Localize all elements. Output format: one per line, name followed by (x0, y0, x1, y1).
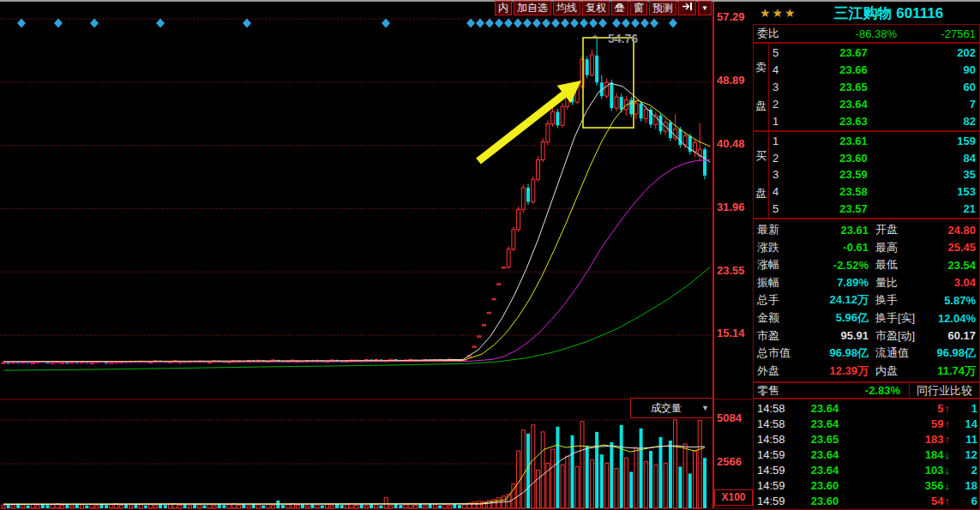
price-axis-label: 40.48 (717, 137, 745, 150)
stock-header: ★★★ 三江购物 601116 (753, 2, 980, 24)
ask-row[interactable]: 323.6560 (769, 79, 979, 96)
toolbar-button-ma[interactable]: 均线 (553, 1, 580, 15)
event-diamond-icon[interactable] (650, 19, 658, 28)
stats-row: 外盘12.39万内盘11.74万 (754, 363, 979, 380)
event-diamond-icon[interactable] (504, 19, 513, 28)
toolbar-button-adjust[interactable]: 复权 (582, 1, 610, 15)
toolbar-button-window[interactable]: 窗 (630, 1, 647, 15)
bid-row[interactable]: 123.61159 (769, 133, 979, 150)
event-diamond-icon[interactable] (466, 19, 475, 28)
event-diamond-icon[interactable] (561, 19, 569, 28)
event-diamond-icon[interactable] (382, 19, 390, 28)
toolbar-button-inner-disc[interactable]: 内 (495, 1, 512, 15)
event-diamond-icon[interactable] (514, 19, 522, 28)
sector-performance[interactable]: 零售 -2.83% (753, 382, 910, 399)
event-diamond-icon[interactable] (551, 19, 560, 28)
stats-row: 涨幅-2.52%最低23.54 (754, 256, 979, 273)
price-axis-label: 23.55 (717, 264, 745, 277)
trade-direction-icon: ↓ (944, 464, 951, 477)
candlestick-volume-svg[interactable]: +54.76 (0, 2, 753, 510)
price-axis-label: 48.89 (717, 74, 745, 87)
toolbar-dropdown-button[interactable]: ▼ (698, 1, 712, 15)
ask-row[interactable]: 423.6690 (769, 62, 979, 79)
event-diamond-icon[interactable] (580, 19, 588, 28)
event-diamond-icon[interactable] (495, 19, 503, 28)
peak-price-label: 54.76 (608, 32, 638, 45)
quote-panel: ★★★ 三江购物 601116 委比 -86.38% -27561 卖 盘 52… (753, 2, 980, 510)
tick-row: 14:5923.64184↓12 (754, 447, 979, 462)
weibi-percent: -86.38% (805, 27, 897, 40)
weibi-value: -27561 (897, 27, 979, 40)
peak-marker-icon: + (592, 32, 598, 41)
trade-direction-icon: ↑ (944, 433, 951, 446)
toolbar-button-add-watchlist[interactable]: 加自选 (514, 1, 551, 15)
tick-row: 14:5923.64103↓2 (754, 462, 979, 477)
event-diamond-icon[interactable] (542, 19, 550, 28)
price-axis-label: 57.29 (717, 10, 745, 23)
event-diamond-icon[interactable] (598, 19, 607, 28)
bid-book: 买 盘 123.61159 223.6084 323.5935 423.5815… (753, 131, 980, 219)
industry-compare-link[interactable]: 同行业比较 (910, 382, 980, 399)
event-diamond-icon[interactable] (17, 19, 26, 28)
stats-row: 总市值96.98亿流通值96.98亿 (754, 345, 979, 362)
arrow-to-bar-icon (682, 2, 693, 15)
ask-row[interactable]: 123.6382 (769, 112, 979, 129)
volume-pane-header[interactable]: 成交量 ▼ (630, 398, 713, 418)
stats-row: 最新23.61开盘24.80 (754, 221, 979, 238)
volume-axis-label: 2566 (717, 455, 742, 468)
stats-row: 涨跌-0.61最高25.45 (754, 239, 979, 256)
tick-row: 14:5823.645↑1 (754, 400, 979, 416)
event-diamond-icon[interactable] (570, 19, 579, 28)
price-axis-label: 15.14 (717, 327, 745, 339)
event-diamond-icon[interactable] (532, 19, 541, 28)
chevron-down-icon[interactable]: ▼ (701, 404, 712, 412)
toolbar-button-forecast[interactable]: 预测 (649, 1, 676, 15)
stats-row: 市盈95.91市盈[动]60.17 (754, 327, 979, 345)
event-diamond-icon[interactable] (640, 19, 649, 28)
tick-row: 14:5823.6459↑14 (754, 416, 979, 431)
trade-direction-icon: ↓ (944, 479, 951, 492)
stats-grid: 最新23.61开盘24.80 涨跌-0.61最高25.45 涨幅-2.52%最低… (753, 219, 980, 382)
tick-list: 14:5823.645↑1 14:5823.6459↑14 14:5823.65… (753, 399, 980, 510)
weibi-label: 委比 (754, 26, 805, 41)
bid-row[interactable]: 523.5721 (769, 200, 979, 217)
stats-row: 金额5.96亿换手[实]12.04% (754, 309, 979, 327)
chart-toolbar: 内 加自选 均线 复权 叠 窗 预测 ▼ (495, 1, 712, 15)
event-diamond-icon[interactable] (156, 19, 165, 28)
ask-row[interactable]: 523.67202 (769, 45, 979, 62)
stock-title: 三江购物 601116 (797, 3, 980, 23)
bid-row[interactable]: 423.58153 (769, 183, 979, 201)
event-diamond-icon[interactable] (90, 19, 99, 28)
bid-row[interactable]: 223.6084 (769, 150, 979, 167)
volume-pane-title: 成交量 (631, 401, 701, 416)
order-ratio-row: 委比 -86.38% -27561 (753, 24, 980, 43)
skip-to-end-button[interactable] (678, 1, 696, 15)
event-diamond-icon[interactable] (476, 19, 484, 28)
volume-unit-label: X100 (714, 489, 753, 506)
event-diamond-icon[interactable] (669, 19, 677, 28)
ask-book: 卖 盘 523.67202 423.6690 323.6560 223.647 … (753, 43, 980, 131)
event-diamond-icon[interactable] (622, 19, 630, 28)
trade-direction-icon: ↑ (944, 402, 951, 415)
bid-row[interactable]: 323.5935 (769, 166, 979, 183)
tick-row: 14:5823.65183↑11 (754, 431, 979, 447)
stats-row: 振幅7.89%量比3.04 (754, 274, 979, 291)
event-diamond-icon[interactable] (523, 19, 532, 28)
ask-side-label: 卖 盘 (754, 44, 769, 130)
sector-row: 零售 -2.83% 同行业比较 (753, 382, 980, 399)
event-diamond-icon[interactable] (631, 19, 640, 28)
volume-axis-label: 5084 (717, 411, 742, 424)
ask-row[interactable]: 223.647 (769, 95, 979, 112)
event-diamond-icon[interactable] (589, 19, 598, 28)
event-diamond-icon[interactable] (485, 19, 494, 28)
event-diamond-icon[interactable] (54, 19, 63, 28)
tick-row: 14:5923.6054↑6 (754, 493, 979, 508)
toolbar-button-overlay[interactable]: 叠 (611, 1, 628, 15)
event-diamond-icon[interactable] (612, 19, 621, 28)
chevron-down-icon: ▼ (701, 2, 708, 15)
trade-direction-icon: ↑ (944, 417, 951, 430)
kline-chart[interactable]: +54.76 (0, 2, 753, 510)
trade-direction-icon: ↑ (944, 495, 951, 507)
event-diamond-icon[interactable] (243, 19, 251, 28)
bid-side-label: 买 盘 (754, 132, 769, 218)
